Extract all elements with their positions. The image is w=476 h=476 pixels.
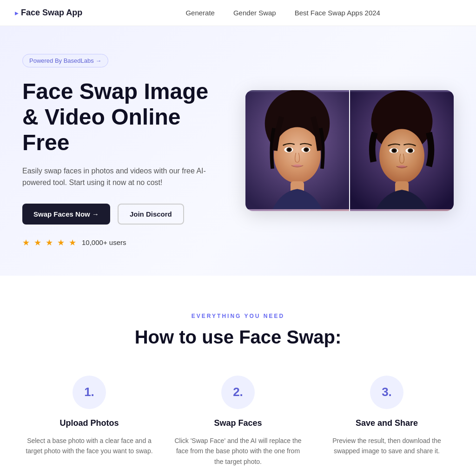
nav-item-generate[interactable]: Generate — [185, 9, 215, 17]
step-3-desc: Preview the result, then download the sw… — [322, 436, 452, 456]
nav-link-best-apps[interactable]: Best Face Swap Apps 2024 — [295, 9, 380, 17]
step-2-circle: 2. — [221, 376, 255, 409]
step-1-desc: Select a base photo with a clear face an… — [24, 436, 154, 456]
svg-point-2 — [274, 127, 321, 183]
hero-buttons: Swap Faces Now → Join Discord — [22, 204, 227, 225]
step-2-desc: Click 'Swap Face' and the AI will replac… — [173, 436, 303, 467]
user-count: 10,000+ users — [82, 238, 126, 246]
swap-faces-button[interactable]: Swap Faces Now → — [22, 204, 110, 225]
svg-point-7 — [288, 149, 291, 152]
hero-rating: ★ ★ ★ ★ ★ 10,000+ users — [22, 238, 227, 248]
section-title: How to use Face Swap: — [22, 327, 454, 348]
navbar: ▸ Face Swap App Generate Gender Swap Bes… — [0, 0, 476, 26]
step-1-title: Upload Photos — [60, 418, 119, 428]
hero-content: Powered By BasedLabs → Face Swap Image &… — [22, 54, 227, 248]
svg-point-18 — [409, 149, 412, 152]
logo-label: Face Swap App — [21, 8, 82, 18]
hero-title: Face Swap Image & Video Online Free — [22, 79, 227, 156]
section-tag: EVERYTHING YOU NEED — [22, 313, 454, 319]
nav-item-best-apps[interactable]: Best Face Swap Apps 2024 — [295, 9, 380, 17]
face-panel-right — [350, 90, 454, 211]
powered-badge[interactable]: Powered By BasedLabs → — [22, 54, 108, 67]
face-image-left — [245, 90, 349, 211]
star-rating: ★ ★ ★ ★ ★ — [22, 238, 77, 248]
svg-point-17 — [393, 149, 396, 152]
hero-subtitle: Easily swap faces in photos and videos w… — [22, 165, 227, 189]
join-discord-button[interactable]: Join Discord — [118, 204, 184, 225]
nav-link-gender-swap[interactable]: Gender Swap — [233, 9, 276, 17]
site-logo[interactable]: ▸ Face Swap App — [15, 8, 82, 18]
svg-point-12 — [379, 129, 424, 183]
step-3: 3. Save and Share Preview the result, th… — [322, 376, 452, 467]
step-3-circle: 3. — [370, 376, 403, 409]
step-2: 2. Swap Faces Click 'Swap Face' and the … — [173, 376, 303, 467]
step-2-title: Swap Faces — [214, 418, 262, 428]
svg-point-8 — [305, 149, 308, 152]
nav-link-generate[interactable]: Generate — [185, 9, 215, 17]
steps-container: 1. Upload Photos Select a base photo wit… — [22, 376, 454, 467]
hero-image — [245, 90, 454, 211]
nav-links: Generate Gender Swap Best Face Swap Apps… — [105, 9, 461, 17]
step-3-title: Save and Share — [356, 418, 418, 428]
face-image-right — [350, 90, 454, 211]
logo-icon: ▸ — [15, 9, 18, 17]
how-to-section: EVERYTHING YOU NEED How to use Face Swap… — [0, 276, 476, 476]
step-1: 1. Upload Photos Select a base photo wit… — [24, 376, 154, 467]
nav-item-gender-swap[interactable]: Gender Swap — [233, 9, 276, 17]
face-panel-left — [245, 90, 349, 211]
hero-section: Powered By BasedLabs → Face Swap Image &… — [0, 26, 476, 276]
step-1-circle: 1. — [73, 376, 106, 409]
